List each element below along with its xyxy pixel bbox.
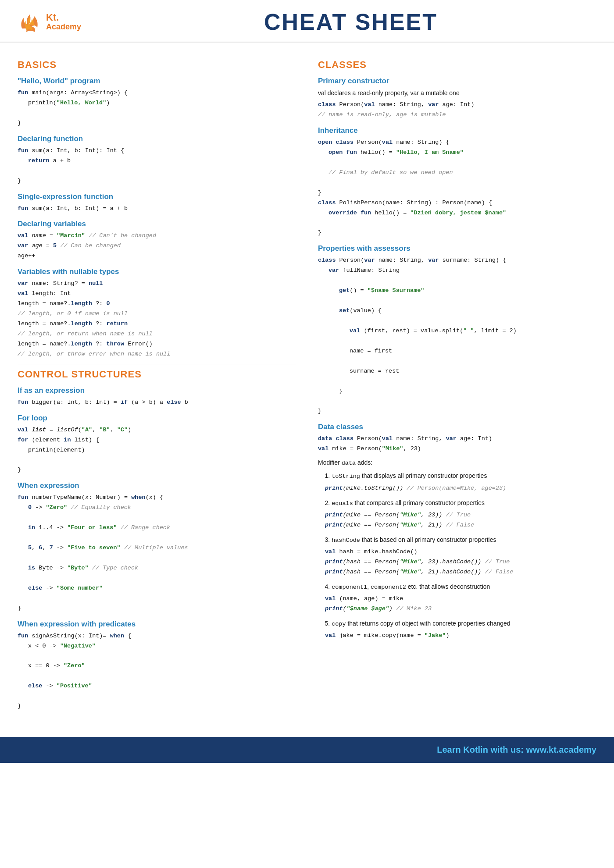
nullable-types-code: var name: String? = null val length: Int… <box>18 279 296 359</box>
if-expression-code: fun bigger(a: Int, b: Int) = if (a > b) … <box>18 398 296 408</box>
logo-area: Kt. Academy <box>18 11 105 33</box>
when-predicates-code: fun signAsString(x: Int)= when { x < 0 -… <box>18 631 296 712</box>
modifier-desc: Modifier data adds: <box>318 458 596 468</box>
copy-code: val jake = mike.copy(name = "Jake") <box>325 631 596 641</box>
declaring-function-title: Declaring function <box>18 135 296 143</box>
data-class-item-4: 4. component1, component2 etc. that allo… <box>318 582 596 592</box>
inheritance-title: Inheritance <box>318 126 596 135</box>
declaring-variables-code: val name = "Marcin" // Can't be changed … <box>18 231 296 261</box>
properties-assessors-code: class Person(var name: String, var surna… <box>318 256 596 416</box>
single-expression-code: fun sum(a: Int, b: Int) = a + b <box>18 204 296 214</box>
right-column: CLASSES Primary constructor val declares… <box>318 56 596 715</box>
logo-icon <box>18 11 42 33</box>
when-predicates-title: When expression with predicates <box>18 620 296 629</box>
hello-world-title: "Hello, World" program <box>18 77 296 85</box>
equals-code: print(mike == Person("Mike", 23)) // Tru… <box>325 510 596 530</box>
for-loop-title: For loop <box>18 414 296 423</box>
nullable-types-title: Variables with nullable types <box>18 267 296 276</box>
header-title: CHEAT SHEET <box>105 9 596 35</box>
control-structures-title: CONTROL STRUCTURES <box>18 369 296 380</box>
logo-text: Kt. Academy <box>46 12 81 32</box>
primary-constructor-desc: val declares a read-only property, var a… <box>318 88 596 98</box>
hashcode-code: val hash = mike.hashCode() print(hash ==… <box>325 547 596 577</box>
for-loop-code: val list = listOf("A", "B", "C") for (el… <box>18 425 296 476</box>
basics-title: BASICS <box>18 59 296 71</box>
inheritance-code: open class Person(val name: String) { op… <box>318 138 596 238</box>
data-class-item-2: 2. equals that compares all primary cons… <box>318 498 596 509</box>
component-code: val (name, age) = mike print("$name $age… <box>325 594 596 614</box>
left-column: BASICS "Hello, World" program fun main(a… <box>18 56 296 715</box>
single-expression-title: Single-expression function <box>18 192 296 201</box>
primary-constructor-title: Primary constructor <box>318 77 596 85</box>
data-classes-title: Data classes <box>318 423 596 431</box>
data-class-item-5: 5. copy that returns copy of object with… <box>318 619 596 629</box>
tostring-code: print(mike.toString()) // Person(name=Mi… <box>325 484 596 494</box>
declaring-variables-title: Declaring variables <box>18 220 296 228</box>
if-expression-title: If as an expression <box>18 386 296 395</box>
content: BASICS "Hello, World" program fun main(a… <box>0 43 614 728</box>
classes-title: CLASSES <box>318 59 596 71</box>
when-expression-code: fun numberTypeName(x: Number) = when(x) … <box>18 493 296 613</box>
logo-academy: Academy <box>46 23 81 32</box>
header: Kt. Academy CHEAT SHEET <box>0 0 614 43</box>
properties-assessors-title: Properties with assessors <box>318 244 596 253</box>
data-class-item-1: 1. toString that displays all primary co… <box>318 471 596 481</box>
when-expression-title: When expression <box>18 481 296 490</box>
page: Kt. Academy CHEAT SHEET BASICS "Hello, W… <box>0 0 614 868</box>
footer-text: Learn Kotlin with us: www.kt.academy <box>437 745 596 754</box>
declaring-function-code: fun sum(a: Int, b: Int): Int { return a … <box>18 146 296 186</box>
hello-world-code: fun main(args: Array<String>) { println(… <box>18 88 296 128</box>
footer: Learn Kotlin with us: www.kt.academy <box>0 737 614 763</box>
logo-kt: Kt. <box>46 12 81 23</box>
data-class-item-3: 3. hashCode that is based on all primary… <box>318 535 596 545</box>
primary-constructor-code: class Person(val name: String, var age: … <box>318 100 596 120</box>
data-classes-code: data class Person(val name: String, var … <box>318 434 596 454</box>
